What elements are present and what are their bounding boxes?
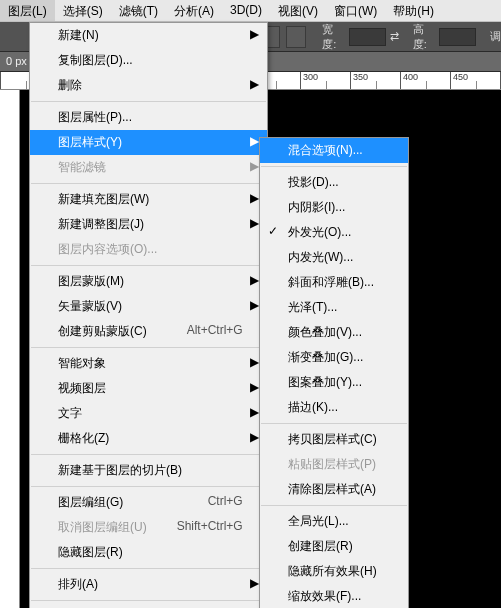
menu-separator (31, 568, 266, 569)
menu-item[interactable]: 新建基于图层的切片(B) (30, 458, 267, 483)
menu-item[interactable]: 图层蒙版(M)▶ (30, 269, 267, 294)
menu-item[interactable]: 隐藏图层(R) (30, 540, 267, 565)
menu-separator (31, 265, 266, 266)
menu-item[interactable]: 智能对象▶ (30, 351, 267, 376)
menu-item: 图层内容选项(O)... (30, 237, 267, 262)
menubar-item[interactable]: 帮助(H) (385, 0, 442, 21)
menu-item[interactable]: 全局光(L)... (260, 509, 408, 534)
menu-item[interactable]: 投影(D)... (260, 170, 408, 195)
width-label: 宽度: (322, 22, 345, 52)
menubar-item[interactable]: 选择(S) (55, 0, 111, 21)
menu-item-label: 图层编组(G) (58, 494, 123, 511)
menu-item-label: 栅格化(Z) (58, 430, 109, 447)
menubar-item[interactable]: 图层(L) (0, 0, 55, 21)
submenu-arrow-icon: ▶ (250, 576, 259, 590)
menu-item-label: 新建填充图层(W) (58, 191, 149, 208)
menu-item-label: 智能对象 (58, 355, 106, 372)
menu-item-label: 拷贝图层样式(C) (288, 431, 377, 448)
ruler-mark: 450 (450, 72, 500, 89)
menu-item[interactable]: 清除图层样式(A) (260, 477, 408, 502)
menu-item-label: 缩放效果(F)... (288, 588, 361, 605)
submenu-arrow-icon: ▶ (250, 77, 259, 91)
menu-item-label: 外发光(O)... (288, 224, 351, 241)
menu-item[interactable]: 视频图层▶ (30, 376, 267, 401)
menu-item[interactable]: 文字▶ (30, 401, 267, 426)
menu-item-label: 图案叠加(Y)... (288, 374, 362, 391)
menu-item[interactable]: 内发光(W)... (260, 245, 408, 270)
menu-item-label: 文字 (58, 405, 82, 422)
menu-item-shortcut: Ctrl+G (208, 494, 243, 511)
menu-item[interactable]: 内阴影(I)... (260, 195, 408, 220)
submenu-arrow-icon: ▶ (250, 134, 259, 148)
menu-item[interactable]: 图层属性(P)... (30, 105, 267, 130)
menu-item[interactable]: 新建(N)▶ (30, 23, 267, 48)
menu-item[interactable]: 创建剪贴蒙版(C)Alt+Ctrl+G (30, 319, 267, 344)
menu-item-label: 内发光(W)... (288, 249, 353, 266)
menu-item-label: 图层蒙版(M) (58, 273, 124, 290)
submenu-arrow-icon: ▶ (250, 298, 259, 312)
menu-item-label: 图层样式(Y) (58, 134, 122, 151)
menu-item[interactable]: 外发光(O)...✓ (260, 220, 408, 245)
menu-item: 粘贴图层样式(P) (260, 452, 408, 477)
menu-item[interactable]: 光泽(T)... (260, 295, 408, 320)
ruler-mark: 400 (400, 72, 450, 89)
check-icon: ✓ (268, 224, 278, 238)
submenu-arrow-icon: ▶ (250, 273, 259, 287)
menubar-item[interactable]: 分析(A) (166, 0, 222, 21)
menu-item[interactable]: 新建调整图层(J)▶ (30, 212, 267, 237)
toolbar-icon-2[interactable] (286, 26, 306, 48)
menu-item-label: 新建基于图层的切片(B) (58, 462, 182, 479)
menubar-item[interactable]: 滤镜(T) (111, 0, 166, 21)
menu-item[interactable]: 缩放效果(F)... (260, 584, 408, 608)
submenu-arrow-icon: ▶ (250, 430, 259, 444)
menu-item[interactable]: 图案叠加(Y)... (260, 370, 408, 395)
menu-item[interactable]: 复制图层(D)... (30, 48, 267, 73)
menu-item[interactable]: 隐藏所有效果(H) (260, 559, 408, 584)
menu-item-label: 粘贴图层样式(P) (288, 456, 376, 473)
layer-style-submenu: 混合选项(N)...投影(D)...内阴影(I)...外发光(O)...✓内发光… (259, 137, 409, 608)
menu-item-label: 渐变叠加(G)... (288, 349, 363, 366)
menu-item-shortcut: Shift+Ctrl+G (177, 519, 243, 536)
swap-icon[interactable]: ⇄ (390, 30, 399, 43)
menu-item[interactable]: 矢量蒙版(V)▶ (30, 294, 267, 319)
submenu-arrow-icon: ▶ (250, 380, 259, 394)
menu-item[interactable]: 删除▶ (30, 73, 267, 98)
menu-separator (31, 600, 266, 601)
menu-item[interactable]: 图层样式(Y)▶ (30, 130, 267, 155)
menu-item[interactable]: 排列(A)▶ (30, 572, 267, 597)
menu-item-label: 隐藏图层(R) (58, 544, 123, 561)
menubar: 图层(L)选择(S)滤镜(T)分析(A)3D(D)视图(V)窗口(W)帮助(H) (0, 0, 501, 22)
menu-item[interactable]: 颜色叠加(V)... (260, 320, 408, 345)
width-field[interactable] (349, 28, 386, 46)
menu-item-label: 排列(A) (58, 576, 98, 593)
menu-item-label: 全局光(L)... (288, 513, 349, 530)
menubar-item[interactable]: 窗口(W) (326, 0, 385, 21)
menu-item[interactable]: 拷贝图层样式(C) (260, 427, 408, 452)
height-label: 高度: (413, 22, 436, 52)
menu-item-label: 混合选项(N)... (288, 142, 363, 159)
menu-separator (261, 505, 407, 506)
menubar-item[interactable]: 视图(V) (270, 0, 326, 21)
menu-item[interactable]: 描边(K)... (260, 395, 408, 420)
menu-separator (261, 423, 407, 424)
height-field[interactable] (439, 28, 476, 46)
menu-item[interactable]: 渐变叠加(G)... (260, 345, 408, 370)
submenu-arrow-icon: ▶ (250, 216, 259, 230)
submenu-arrow-icon: ▶ (250, 405, 259, 419)
menu-item[interactable]: 图层编组(G)Ctrl+G (30, 490, 267, 515)
menu-item[interactable]: 新建填充图层(W)▶ (30, 187, 267, 212)
menubar-item[interactable]: 3D(D) (222, 0, 270, 21)
menu-item: 取消图层编组(U)Shift+Ctrl+G (30, 515, 267, 540)
menu-item-label: 光泽(T)... (288, 299, 337, 316)
menu-separator (31, 454, 266, 455)
submenu-arrow-icon: ▶ (250, 191, 259, 205)
menu-item[interactable]: 创建图层(R) (260, 534, 408, 559)
menu-separator (31, 101, 266, 102)
menu-separator (31, 183, 266, 184)
submenu-arrow-icon: ▶ (250, 27, 259, 41)
menu-item[interactable]: 斜面和浮雕(B)... (260, 270, 408, 295)
menu-item[interactable]: 混合选项(N)... (260, 138, 408, 163)
menu-item[interactable]: 栅格化(Z)▶ (30, 426, 267, 451)
menu-item-label: 新建调整图层(J) (58, 216, 144, 233)
menu-item[interactable]: 将图层与选区对齐(I)▶ (30, 604, 267, 608)
